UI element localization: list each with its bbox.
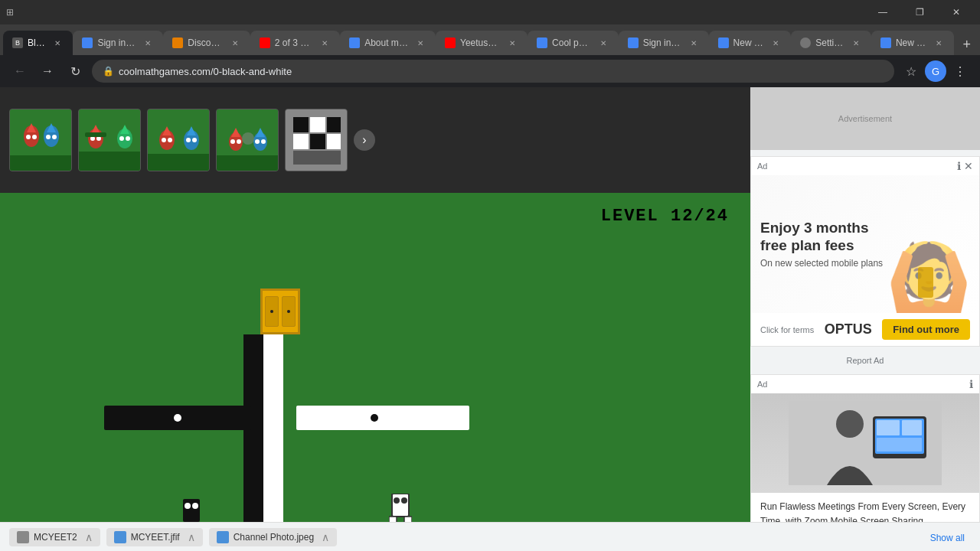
new-tab-button[interactable]: + xyxy=(957,34,977,55)
tab-label-signin1: Sign in - ... xyxy=(97,37,137,48)
optus-ad-header: Ad ℹ ✕ xyxy=(751,157,979,175)
download-expand-channel-photo[interactable]: ∧ xyxy=(322,531,329,543)
svg-rect-43 xyxy=(293,117,309,132)
svg-rect-1 xyxy=(10,155,72,171)
zoom-ad-illustration xyxy=(789,401,942,485)
tab-close-newtab2[interactable]: ✕ xyxy=(933,37,945,49)
zoom-ad-label: Ad xyxy=(757,380,767,389)
tab-label-discovery: Discovery xyxy=(188,37,224,48)
forward-button[interactable]: → xyxy=(37,60,58,82)
menu-button[interactable]: ⋮ xyxy=(949,60,971,82)
optus-ad-label: Ad xyxy=(757,161,767,171)
svg-rect-47 xyxy=(310,134,325,149)
tab-close-signin2[interactable]: ✕ xyxy=(688,37,700,49)
tab-new-tab-2[interactable]: New Tab ✕ xyxy=(871,31,954,55)
profile-button[interactable]: G xyxy=(925,60,946,82)
tab-close-settings[interactable]: ✕ xyxy=(850,37,862,49)
tab-close-youtube[interactable]: ✕ xyxy=(318,37,331,49)
thumbnails-next-button[interactable]: › xyxy=(354,129,375,151)
platform-white-upper-right xyxy=(296,406,469,430)
tab-label-newtab2: New Tab xyxy=(896,37,928,48)
tab-settings[interactable]: Settings ✕ xyxy=(791,31,871,55)
optus-find-out-button[interactable]: Find out more xyxy=(882,319,970,340)
level-thumbnail-5[interactable] xyxy=(285,109,348,171)
tab-favicon-signin1 xyxy=(82,37,93,48)
tab-coolphotos[interactable]: Cool pho... ✕ xyxy=(528,31,619,55)
sidebar: Advertisement Ad ℹ ✕ Enjoy 3 months free… xyxy=(750,87,980,551)
tab-black[interactable]: B Black ✕ xyxy=(3,31,73,55)
svg-rect-22 xyxy=(148,154,210,171)
minimize-button[interactable]: — xyxy=(865,0,900,24)
tab-new-tab-1[interactable]: New Tab ✕ xyxy=(709,31,792,55)
tab-close-about[interactable]: ✕ xyxy=(414,37,426,49)
tab-close-signin1[interactable]: ✕ xyxy=(142,37,154,49)
close-button[interactable]: ✕ xyxy=(939,0,974,24)
tab-about[interactable]: About me ... ✕ xyxy=(340,31,436,55)
tab-favicon-newtab2 xyxy=(880,37,891,48)
svg-point-8 xyxy=(46,135,51,139)
optus-ad-visual: Enjoy 3 months free plan fees On new sel… xyxy=(751,175,979,313)
vertical-wall-white xyxy=(263,334,283,551)
download-item-channel-photo[interactable]: Channel Photo.jpeg ∧ xyxy=(209,528,337,546)
level-thumbnail-1[interactable] xyxy=(9,109,72,171)
optus-ad-title-line2: free plan fees xyxy=(760,237,883,255)
game-door xyxy=(260,289,300,334)
svg-rect-48 xyxy=(327,134,341,149)
optus-report-ad-link[interactable]: Report Ad xyxy=(750,353,980,368)
tab-youtube[interactable]: 2 of 3 up... ✕ xyxy=(250,31,340,55)
level-indicator: LEVEL 12/24 xyxy=(601,207,729,226)
door-panel-left xyxy=(265,296,279,327)
bookmark-button[interactable]: ☆ xyxy=(900,60,922,82)
download-icon-channel-photo xyxy=(217,531,229,543)
tab-yeetus[interactable]: Yeetus96... ✕ xyxy=(436,31,528,55)
download-expand-mcyeet-jfif[interactable]: ∧ xyxy=(188,531,195,543)
tab-close-coolphotos[interactable]: ✕ xyxy=(597,37,609,49)
tab-close-black[interactable]: ✕ xyxy=(51,37,64,49)
tab-favicon-about xyxy=(349,37,360,48)
svg-point-4 xyxy=(26,135,31,139)
download-item-mcyeet2[interactable]: MCYEET2 ∧ xyxy=(9,528,100,546)
zoom-ad-info-button[interactable]: ℹ xyxy=(969,378,973,390)
svg-point-36 xyxy=(237,139,241,144)
tab-discovery[interactable]: Discovery ✕ xyxy=(163,31,250,55)
optus-ad-title-line1: Enjoy 3 months xyxy=(760,220,883,237)
restore-button[interactable]: ❐ xyxy=(902,0,937,24)
optus-ad-subtitle: On new selected mobile plans xyxy=(760,258,883,269)
address-bar[interactable]: 🔒 coolmathgames.com/0-black-and-white xyxy=(92,60,894,83)
back-button[interactable]: ← xyxy=(9,60,31,82)
svg-point-39 xyxy=(255,139,260,144)
level-thumbnail-3[interactable] xyxy=(147,109,210,171)
svg-rect-46 xyxy=(293,134,309,149)
tab-label-black: Black xyxy=(28,37,47,48)
reload-button[interactable]: ↻ xyxy=(64,60,86,82)
tab-favicon-settings xyxy=(800,37,811,48)
tab-sign-in-1[interactable]: Sign in - ... ✕ xyxy=(73,31,163,55)
level-thumbnail-4[interactable] xyxy=(216,109,279,171)
download-item-mcyeet-jfif[interactable]: MCYEET.jfif ∧ xyxy=(106,528,203,546)
svg-point-52 xyxy=(192,503,198,509)
tab-favicon-discovery xyxy=(172,37,183,48)
svg-point-40 xyxy=(261,139,266,144)
optus-ad-info-button[interactable]: ℹ xyxy=(957,160,961,172)
nav-right: ☆ G ⋮ xyxy=(900,60,971,82)
optus-click-for-terms[interactable]: Click for terms xyxy=(760,325,814,334)
game-canvas[interactable]: LEVEL 12/24 xyxy=(0,193,750,551)
door-knob-left xyxy=(270,310,273,313)
address-text: coolmathgames.com/0-black-and-white xyxy=(119,66,884,77)
svg-rect-49 xyxy=(293,151,341,165)
level-thumbnail-2[interactable] xyxy=(78,109,141,171)
svg-rect-11 xyxy=(79,152,141,171)
tab-sign-in-2[interactable]: Sign in - ... ✕ xyxy=(619,31,709,55)
tab-favicon-coolphotos xyxy=(537,37,547,48)
download-expand-mcyeet2[interactable]: ∧ xyxy=(85,531,93,543)
svg-rect-16 xyxy=(85,132,106,137)
tab-favicon-signin2 xyxy=(628,37,639,48)
show-all-button[interactable]: Show all xyxy=(924,530,971,546)
tab-close-discovery[interactable]: ✕ xyxy=(229,37,241,49)
optus-ad-close-button[interactable]: ✕ xyxy=(964,160,973,172)
bottom-bar: MCYEET2 ∧ MCYEET.jfif ∧ Channel Photo.jp… xyxy=(0,522,980,551)
tab-favicon-black: B xyxy=(12,37,23,48)
download-label-channel-photo: Channel Photo.jpeg xyxy=(234,532,314,543)
tab-close-newtab1[interactable]: ✕ xyxy=(769,37,782,49)
tab-close-yeetus[interactable]: ✕ xyxy=(506,37,518,49)
